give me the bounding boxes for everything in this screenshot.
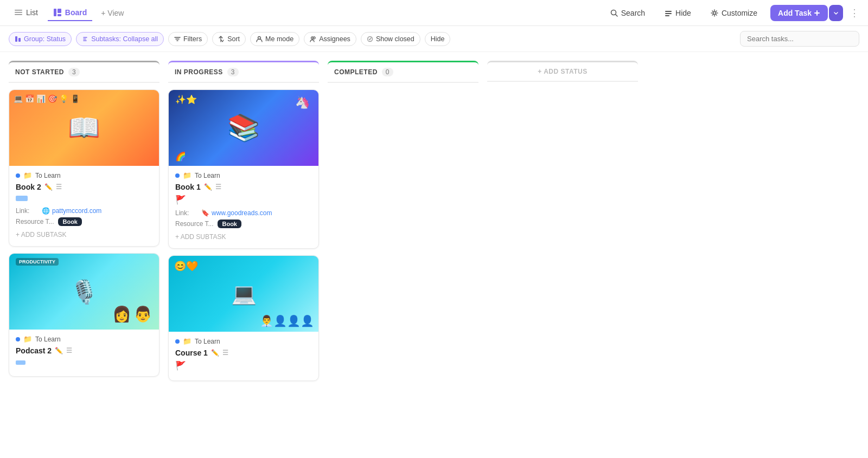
list-name-podcast2: To Learn <box>35 336 61 343</box>
column-completed: COMPLETED 0 <box>328 61 478 89</box>
folder-icon-book2: 📁 <box>23 171 32 179</box>
tab-board[interactable]: Board <box>48 5 92 21</box>
card-flag-podcast2 <box>16 358 152 366</box>
card-body-book1: 📁 To Learn Book 1 ✏️ ☰ 🚩 Link: 🔖 www.goo… <box>169 166 318 248</box>
hide-button[interactable]: Hide <box>658 5 698 21</box>
card-course1[interactable]: 💻 👨‍💼👤👤👤 😊🧡 📁 To Learn Course 1 ✏️ ☰ 🚩 <box>168 255 319 381</box>
hide-toolbar-btn[interactable]: Hide <box>425 32 451 46</box>
edit-icon-podcast2[interactable]: ✏️ <box>55 347 63 354</box>
course-people: 👨‍💼👤👤👤 <box>260 314 314 327</box>
add-task-group: Add Task <box>770 5 843 21</box>
card-book2[interactable]: 📖 💻📅📊 🎯💡📱 📁 To Learn Book 2 ✏️ ☰ <box>9 89 159 247</box>
card-image-book2: 📖 💻📅📊 🎯💡📱 <box>9 90 159 166</box>
flag-indicator-book2 <box>16 196 28 201</box>
card-unicorn: 🦄 <box>295 95 310 109</box>
list-name-book2: To Learn <box>35 172 61 179</box>
toolbar: Group: Status Subtasks: Collapse all Fil… <box>0 26 868 52</box>
link-favicon-book1: 🔖 <box>201 209 209 217</box>
edit-icon-course1[interactable]: ✏️ <box>211 349 219 357</box>
edit-icon-book2[interactable]: ✏️ <box>44 183 53 191</box>
folder-icon-course1: 📁 <box>183 337 192 345</box>
menu-icon-book2[interactable]: ☰ <box>56 183 62 191</box>
flag-indicator-book1: 🚩 <box>175 195 186 204</box>
podcast-people: 👩 👨 <box>112 305 152 323</box>
card-body-podcast2: 📁 To Learn Podcast 2 ✏️ ☰ <box>9 330 159 376</box>
card-title-book2: Book 2 ✏️ ☰ <box>16 183 152 191</box>
menu-icon-podcast2[interactable]: ☰ <box>66 347 72 354</box>
svg-rect-0 <box>15 10 22 11</box>
folder-icon-book1: 📁 <box>183 171 192 179</box>
card-body-course1: 📁 To Learn Course 1 ✏️ ☰ 🚩 <box>169 332 318 380</box>
svg-rect-2 <box>15 14 22 15</box>
show-closed-btn[interactable]: Show closed <box>361 32 420 46</box>
card-body-book2: 📁 To Learn Book 2 ✏️ ☰ Link: 🌐 pattymcco… <box>9 166 159 246</box>
column-not-started: NOT STARTED 3 📖 💻📅📊 🎯💡📱 📁 To Learn <box>9 61 159 383</box>
column-header-add-status[interactable]: + ADD STATUS <box>487 61 638 82</box>
card-title-course1: Course 1 ✏️ ☰ <box>175 349 312 357</box>
svg-rect-5 <box>58 14 61 16</box>
card-stars: ✨⭐ <box>175 94 197 105</box>
status-dot-podcast2 <box>16 337 20 341</box>
card-rainbow: 🌈 <box>175 151 186 162</box>
add-subtask-book1[interactable]: + ADD SUBTASK <box>175 231 312 243</box>
menu-icon-book1[interactable]: ☰ <box>215 183 221 191</box>
edit-icon-book1[interactable]: ✏️ <box>204 183 212 191</box>
assignees-btn[interactable]: Assignees <box>304 32 356 46</box>
column-header-not-started: NOT STARTED 3 <box>9 61 159 83</box>
svg-line-7 <box>615 14 617 16</box>
tab-list[interactable]: List <box>9 5 43 21</box>
status-dot-course1 <box>175 339 180 344</box>
filters-btn[interactable]: Filters <box>168 32 208 46</box>
column-header-in-progress: IN PROGRESS 3 <box>168 61 319 83</box>
card-flag-book2 <box>16 195 152 203</box>
search-tasks-input[interactable] <box>740 31 859 47</box>
course-icons: 😊🧡 <box>174 260 198 272</box>
card-image-emoji-course1: 💻 <box>231 282 257 306</box>
svg-rect-3 <box>54 9 56 16</box>
search-button[interactable]: Search <box>604 5 652 21</box>
card-book1[interactable]: 📚 🦄 ✨⭐ 🌈 📁 To Learn Book 1 ✏️ ☰ 🚩 <box>168 89 319 249</box>
column-in-progress: IN PROGRESS 3 📚 🦄 ✨⭐ 🌈 📁 To Learn Book 1… <box>168 61 319 388</box>
more-options-button[interactable]: ⋮ <box>850 7 859 19</box>
card-flag-course1: 🚩 <box>175 360 312 371</box>
status-dot-book1 <box>175 173 180 178</box>
subtasks-btn[interactable]: Subtasks: Collapse all <box>76 32 164 46</box>
flag-indicator-course1: 🚩 <box>175 361 186 370</box>
resource-badge-book1: Book <box>218 220 241 228</box>
card-title-book1: Book 1 ✏️ ☰ <box>175 183 312 191</box>
link-favicon-book2: 🌐 <box>42 207 50 215</box>
card-meta-book1: 📁 To Learn <box>175 171 312 179</box>
card-image-course1: 💻 👨‍💼👤👤👤 😊🧡 <box>169 256 318 332</box>
folder-icon-podcast2: 📁 <box>23 335 32 343</box>
add-task-button[interactable]: Add Task <box>770 5 828 21</box>
svg-point-16 <box>313 37 315 39</box>
board: NOT STARTED 3 📖 💻📅📊 🎯💡📱 📁 To Learn <box>0 52 868 458</box>
sort-btn[interactable]: Sort <box>212 32 246 46</box>
svg-rect-9 <box>665 13 672 14</box>
card-image-podcast2: 🎙️ PRODUCTIVITY 👩 👨 <box>9 254 159 330</box>
column-add-status: + ADD STATUS <box>487 61 638 88</box>
add-view-btn[interactable]: + View <box>97 5 128 21</box>
add-subtask-book2[interactable]: + ADD SUBTASK <box>16 229 152 241</box>
svg-rect-12 <box>15 36 17 42</box>
flag-indicator-podcast2 <box>16 360 25 365</box>
svg-rect-4 <box>58 9 61 13</box>
card-field-resource-book2: Resource T... Book <box>16 217 152 226</box>
card-field-link-book2: Link: 🌐 pattymccord.com <box>16 207 152 215</box>
me-mode-btn[interactable]: Me mode <box>250 32 299 46</box>
card-field-link-book1: Link: 🔖 www.goodreads.com <box>175 209 312 217</box>
top-nav: List Board + View Search Hide Customize <box>0 0 868 26</box>
resource-badge-book2: Book <box>58 217 82 226</box>
card-podcast2[interactable]: 🎙️ PRODUCTIVITY 👩 👨 📁 To Learn Podcast 2… <box>9 253 159 377</box>
svg-rect-8 <box>665 11 672 12</box>
card-title-podcast2: Podcast 2 ✏️ ☰ <box>16 346 152 355</box>
group-status-btn[interactable]: Group: Status <box>9 32 72 46</box>
add-task-chevron[interactable] <box>829 5 843 21</box>
status-dot-book2 <box>16 173 20 178</box>
menu-icon-course1[interactable]: ☰ <box>222 349 228 357</box>
column-header-completed: COMPLETED 0 <box>328 61 478 83</box>
svg-rect-1 <box>15 12 22 13</box>
card-flag-book1: 🚩 <box>175 195 312 205</box>
customize-button[interactable]: Customize <box>704 5 764 21</box>
nav-actions: Search Hide Customize Add Task ⋮ <box>604 5 859 21</box>
